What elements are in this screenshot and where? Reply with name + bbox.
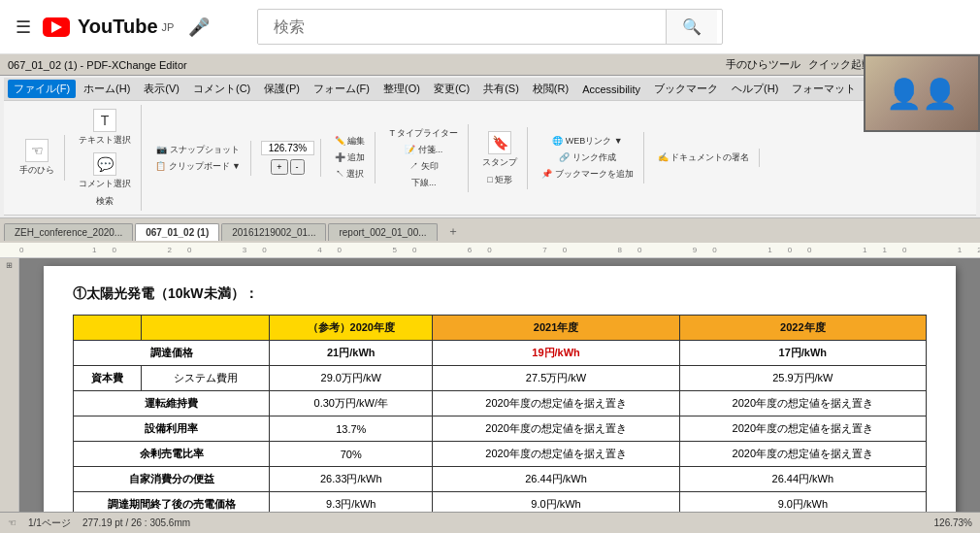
youtube-logo: YouTubeJP	[43, 16, 174, 38]
coordinates-display: 277.19 pt / 26 : 305.6mm	[82, 517, 190, 528]
col-header-2020: （参考）2020年度	[270, 316, 433, 341]
menu-help[interactable]: ヘルプ(H)	[726, 80, 784, 98]
text-select-button[interactable]: T テキスト選択	[75, 107, 135, 149]
cell-2022-selfcon: 26.44円/kWh	[679, 467, 926, 492]
sticky-note-button[interactable]: 📝 付箋...	[401, 143, 446, 157]
cell-2022-capacity: 2020年度の想定値を据え置き	[679, 416, 926, 442]
stamp-label: スタンプ	[482, 156, 517, 169]
menu-organize[interactable]: 整理(O)	[377, 80, 426, 98]
cell-2021-capacity: 2020年度の想定値を据え置き	[433, 416, 679, 442]
menu-form[interactable]: フォーム(F)	[308, 80, 376, 98]
menu-file[interactable]: ファイル(F)	[8, 80, 76, 98]
table-row: 設備利用率 13.7% 2020年度の想定値を据え置き 2020年度の想定値を据…	[74, 416, 927, 442]
search-tool-button[interactable]: 検索	[92, 194, 117, 209]
menu-bookmark[interactable]: ブックマーク	[648, 80, 724, 98]
tab-zeh[interactable]: ZEH_conference_2020...	[4, 223, 133, 241]
zoom-out-button[interactable]: -	[290, 159, 305, 175]
cell-2020-system: 29.0万円/kW	[270, 366, 433, 391]
youtube-header: ☰ YouTubeJP 🔍 🎤	[0, 0, 980, 54]
clipboard-button[interactable]: 📋 クリップボード ▼	[151, 159, 245, 174]
cell-self-consumption-label: 自家消費分の便益	[74, 467, 270, 492]
col-header-2021: 2021年度	[433, 316, 679, 341]
tool-group-zoom: + -	[255, 139, 321, 177]
tab-067[interactable]: 067_01_02 (1)	[135, 223, 219, 241]
video-overlay: 👤👤	[864, 54, 980, 132]
menu-accessibility[interactable]: Accessibility	[576, 82, 646, 97]
edit-button[interactable]: ✏️ 編集	[331, 134, 370, 149]
tool-group-select: ☜ 手のひら	[10, 135, 65, 181]
table-row: 調達価格 21円/kWh 19円/kWh 17円/kWh	[74, 341, 927, 366]
tool-group-text: T テキスト選択 💬 コメント選択 検索	[69, 105, 142, 211]
arrow-button[interactable]: ↗ 矢印	[406, 159, 442, 174]
cell-2021-surplus: 2020年度の想定値を据え置き	[433, 442, 679, 467]
cell-capacity-label: 設備利用率	[74, 416, 270, 442]
statusbar-left: ☜ 1/1ページ 277.19 pt / 26 : 305.6mm	[8, 516, 190, 530]
add-button[interactable]: ➕ 追加	[331, 150, 370, 165]
cell-opex-label: 運転維持費	[74, 391, 270, 416]
tool-group-snapshot: 📷 スナップショット 📋 クリップボード ▼	[146, 141, 251, 176]
bookmark-add-button[interactable]: 📌 ブックマークを追加	[538, 167, 637, 182]
add-tab-button[interactable]: ＋	[440, 220, 467, 243]
text-select-label: テキスト選択	[79, 134, 131, 147]
document-heading: ①太陽光発電（10kW未満）：	[73, 285, 927, 303]
web-link-button[interactable]: 🌐 WEBリンク ▼	[548, 134, 626, 149]
cell-2020-price: 21円/kWh	[270, 341, 433, 366]
stamp-button[interactable]: 🔖 スタンプ	[478, 129, 521, 171]
menu-home[interactable]: ホーム(H)	[78, 80, 136, 98]
cell-2020-surplus: 70%	[270, 442, 433, 467]
pdf-page-view[interactable]: ①太陽光発電（10kW未満）： （参考）2020年度 2021年度 2022年度	[19, 258, 980, 533]
col-header-2022: 2022年度	[679, 316, 926, 341]
stamp-icon: 🔖	[488, 131, 511, 154]
cell-2021-price: 19円/kWh	[433, 341, 679, 366]
hamburger-menu-icon[interactable]: ☰	[16, 17, 31, 38]
table-row: 運転維持費 0.30万円/kW/年 2020年度の想定値を据え置き 2020年度…	[74, 391, 927, 416]
select-button[interactable]: ↖ 選択	[332, 167, 369, 182]
statusbar-right: 126.73%	[934, 517, 972, 528]
zoom-in-button[interactable]: +	[271, 159, 287, 175]
zoom-display: 126.73%	[934, 517, 972, 528]
hand-tool-button[interactable]: ☜ 手のひら	[16, 137, 58, 179]
search-input[interactable]	[258, 11, 666, 44]
tab-report[interactable]: report_002_01_00...	[328, 223, 437, 241]
tool-group-signature: ✍️ ドキュメントの署名	[648, 149, 761, 167]
typist-button[interactable]: T タイプライター	[385, 126, 462, 141]
menu-format[interactable]: フォーマット	[786, 80, 862, 98]
cursor-icon: ☜	[8, 517, 16, 528]
snapshot-button[interactable]: 📷 スナップショット	[152, 143, 244, 157]
pdf-sidebar-left: ⊞	[0, 258, 19, 533]
rect-button[interactable]: □ 矩形	[483, 173, 516, 187]
menu-protect[interactable]: 保護(P)	[258, 80, 306, 98]
cell-2022-surplus: 2020年度の想定値を据え置き	[679, 442, 926, 467]
comment-cursor-icon: 💬	[93, 152, 116, 176]
text-cursor-icon: T	[93, 109, 116, 132]
doc-sign-button[interactable]: ✍️ ドキュメントの署名	[654, 150, 754, 165]
menu-change[interactable]: 変更(C)	[428, 80, 475, 98]
cell-2021-system: 27.5万円/kW	[433, 366, 679, 391]
solar-power-table: （参考）2020年度 2021年度 2022年度 調達価格 21円/kWh 19…	[73, 315, 927, 517]
cell-2022-system: 25.9万円/kW	[679, 366, 926, 391]
hand-icon: ☜	[25, 139, 49, 162]
underline-button[interactable]: 下線...	[408, 176, 441, 190]
cell-2022-price: 17円/kWh	[679, 341, 926, 366]
search-bar: 🔍	[257, 9, 723, 45]
zoom-input[interactable]	[261, 141, 314, 155]
voice-search-button[interactable]: 🎤	[181, 10, 216, 45]
pdf-main-area: ⊞ ①太陽光発電（10kW未満）： （参考）2020年度 2021年度 2022…	[0, 258, 980, 533]
tool-group-link: 🌐 WEBリンク ▼ 🔗 リンク作成 📌 ブックマークを追加	[532, 132, 644, 183]
pdf-toolbar: ☜ 手のひら T テキスト選択 💬 コメント選択 検索 📷 スナップショット 📋…	[4, 101, 976, 216]
menu-share[interactable]: 共有(S)	[477, 80, 525, 98]
link-create-button[interactable]: 🔗 リンク作成	[555, 150, 620, 165]
youtube-play-icon	[43, 17, 70, 37]
pdf-titlebar: 067_01_02 (1) - PDF-XChange Editor 手のひらツ…	[0, 54, 980, 76]
search-button[interactable]: 🔍	[666, 10, 717, 44]
table-row: 自家消費分の便益 26.33円/kWh 26.44円/kWh 26.44円/kW…	[74, 467, 927, 492]
menu-comment[interactable]: コメント(C)	[187, 80, 256, 98]
tab-20161[interactable]: 20161219002_01...	[221, 223, 326, 241]
pdf-window-title: 067_01_02 (1) - PDF-XChange Editor	[8, 59, 187, 71]
menu-review[interactable]: 校閲(R)	[527, 80, 574, 98]
video-persons: 👤👤	[866, 56, 978, 130]
cell-2020-capacity: 13.7%	[270, 416, 433, 442]
pdf-ruler: 0 10 20 30 40 50 60 70 80 90 100 110 120…	[0, 243, 980, 258]
menu-view[interactable]: 表示(V)	[138, 80, 185, 98]
comment-select-button[interactable]: 💬 コメント選択	[75, 150, 135, 192]
